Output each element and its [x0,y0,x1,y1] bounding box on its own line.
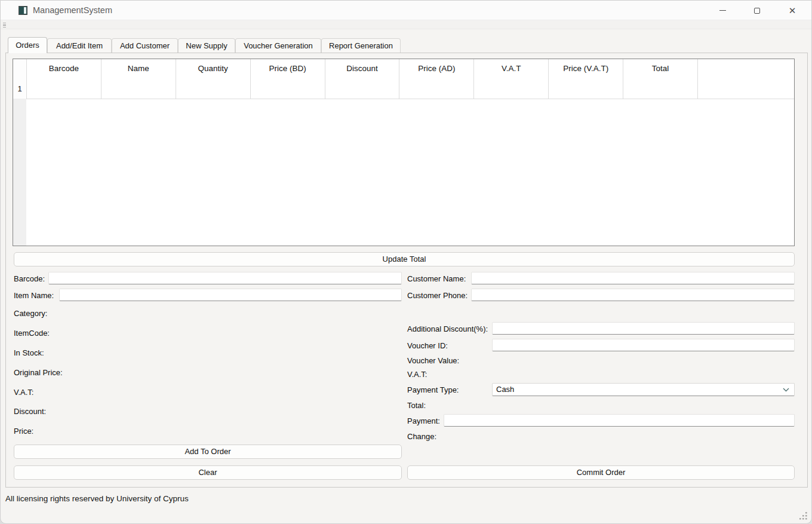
maximize-icon [754,8,760,14]
payment-type-label: Payment Type: [407,385,459,395]
update-total-button[interactable]: Update Total [14,252,795,266]
table-row[interactable] [26,99,794,99]
item-code-label: ItemCode: [14,329,50,338]
customer-name-label: Customer Name: [407,274,466,284]
additional-discount-label: Additional Discount(%): [407,324,488,334]
minimize-button[interactable] [709,1,736,20]
close-button[interactable]: ✕ [779,1,806,20]
item-name-input[interactable] [59,289,402,301]
total-label: Total: [407,401,426,410]
column-header-discount[interactable]: Discount [325,59,400,99]
voucher-id-input[interactable] [492,339,795,351]
customer-name-input[interactable] [471,272,795,284]
tab-add-edit-item[interactable]: Add/Edit Item [47,38,112,53]
license-footer: All licensing rights reserved by Univers… [5,494,189,503]
order-table: 1 Barcode Name Quantity Price (BD) Disco… [13,59,795,246]
in-stock-label: In Stock: [14,348,44,358]
change-label: Change: [407,432,436,442]
item-vat-label: V.A.T: [14,388,33,397]
payment-label: Payment: [407,416,440,426]
row-header-1[interactable]: 1 [13,59,26,99]
resize-grip-icon[interactable] [799,511,808,520]
title-bar: ManagementSystem ✕ [1,1,812,20]
tab-new-supply[interactable]: New Supply [178,38,235,53]
barcode-label: Barcode: [14,274,45,284]
original-price-label: Original Price: [14,368,63,378]
tab-orders[interactable]: Orders [8,37,47,53]
tab-report-generation[interactable]: Report Generation [321,38,401,53]
customer-phone-label: Customer Phone: [407,291,467,301]
toolbar-drag-handle-icon[interactable] [3,23,6,27]
minimize-icon [719,10,726,11]
voucher-id-label: Voucher ID: [407,341,448,351]
payment-input[interactable] [444,414,795,427]
column-header-price-bd[interactable]: Price (BD) [251,59,325,99]
tab-add-customer[interactable]: Add Customer [112,38,178,53]
clear-button[interactable]: Clear [14,465,402,480]
column-header-row: Barcode Name Quantity Price (BD) Discoun… [26,59,698,99]
column-header-name[interactable]: Name [102,59,176,99]
tab-bar: Orders Add/Edit Item Add Customer New Su… [1,36,812,53]
app-window-icon[interactable] [19,6,27,15]
payment-vat-label: V.A.T: [407,370,427,379]
voucher-value-label: Voucher Value: [407,356,459,366]
barcode-input[interactable] [48,272,402,284]
chevron-down-icon [783,388,789,392]
item-name-label: Item Name: [14,291,54,301]
column-header-vat[interactable]: V.A.T [474,59,549,99]
commit-order-button[interactable]: Commit Order [407,465,795,480]
window-title: ManagementSystem [33,1,112,20]
column-header-quantity[interactable]: Quantity [176,59,251,99]
payment-type-value: Cash [496,385,514,394]
column-header-price-ad[interactable]: Price (AD) [399,59,474,99]
row-number: 1 [13,79,26,99]
column-header-price-vat[interactable]: Price (V.A.T) [549,59,623,99]
close-icon: ✕ [789,6,796,15]
item-price-label: Price: [14,427,33,436]
app-window: ManagementSystem ✕ Orders Add/Edit Item … [0,0,812,524]
column-header-total[interactable]: Total [623,59,698,99]
additional-discount-input[interactable] [492,322,795,335]
toolbar [1,21,812,29]
customer-phone-input[interactable] [471,289,795,301]
category-label: Category: [14,309,47,318]
add-to-order-button[interactable]: Add To Order [14,445,402,459]
tab-voucher-generation[interactable]: Voucher Generation [235,38,321,53]
item-discount-label: Discount: [14,407,46,416]
maximize-button[interactable] [743,1,771,20]
column-header-barcode[interactable]: Barcode [27,59,102,99]
payment-type-select[interactable]: Cash [492,383,795,396]
